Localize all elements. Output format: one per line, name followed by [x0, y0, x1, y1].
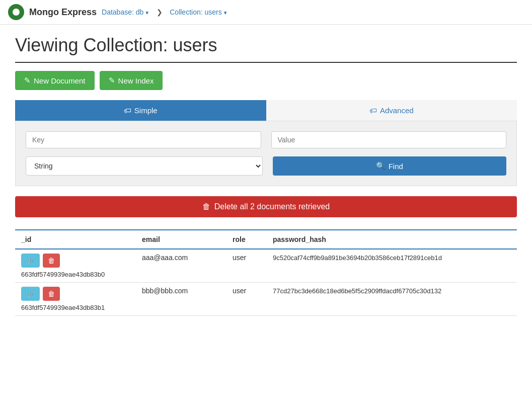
- pencil-icon: ✎: [24, 76, 31, 85]
- delete-all-button[interactable]: 🗑 Delete all 2 documents retrieved: [15, 196, 517, 217]
- delete-all-label: Delete all 2 documents retrieved: [214, 202, 330, 211]
- search-form: String Number Boolean Date ObjectId Null…: [15, 121, 517, 186]
- documents-table: _id email role password_hash 🔗 🗑: [15, 229, 517, 316]
- delete-button-1[interactable]: 🗑: [43, 287, 60, 301]
- find-button[interactable]: 🔍 Find: [273, 156, 507, 176]
- main-content: Viewing Collection: users ✎ New Document…: [0, 25, 532, 326]
- pencil-icon-2: ✎: [109, 76, 115, 85]
- db-label: Database: db▼: [102, 8, 149, 16]
- new-document-label: New Document: [34, 76, 86, 85]
- collection-label: Collection: users▼: [170, 8, 227, 16]
- search-row-1: [26, 131, 506, 148]
- value-input[interactable]: [271, 131, 507, 148]
- doc-actions-1: 🔗 🗑: [21, 287, 130, 301]
- cell-id-0: 🔗 🗑 663fdf5749939eae43db83b0: [15, 249, 136, 283]
- app-brand: Mongo Express: [29, 7, 97, 18]
- table-row: 🔗 🗑 663fdf5749939eae43db83b1 bbb@bbb.com…: [15, 283, 517, 316]
- col-header-id: _id: [15, 230, 136, 249]
- breadcrumb-arrow: ❯: [157, 8, 163, 16]
- tag-icon-simple: 🏷: [124, 106, 131, 115]
- copy-button-0[interactable]: 🔗: [21, 254, 40, 268]
- db-link[interactable]: Database: db▼: [102, 8, 149, 16]
- col-header-hash: password_hash: [267, 230, 517, 249]
- tab-simple[interactable]: 🏷 Simple: [15, 100, 266, 121]
- doc-id-1: 663fdf5749939eae43db83b1: [21, 304, 130, 311]
- trash-icon-delete-all: 🗑: [202, 202, 210, 211]
- table-header-row: _id email role password_hash: [15, 230, 517, 249]
- col-header-role: role: [226, 230, 267, 249]
- tab-advanced-label: Advanced: [380, 106, 414, 115]
- link-icon-0: 🔗: [26, 257, 35, 265]
- cell-email-1: bbb@bbb.com: [136, 283, 226, 316]
- col-header-email: email: [136, 230, 226, 249]
- new-index-label: New Index: [118, 76, 154, 85]
- tab-advanced[interactable]: 🏷 Advanced: [266, 100, 517, 121]
- collection-link[interactable]: Collection: users▼: [170, 8, 227, 16]
- navbar: Mongo Express Database: db▼ ❯ Collection…: [0, 0, 532, 25]
- search-icon: 🔍: [376, 161, 386, 171]
- cell-email-0: aaa@aaa.com: [136, 249, 226, 283]
- doc-id-0: 663fdf5749939eae43db83b0: [21, 271, 130, 278]
- doc-actions-0: 🔗 🗑: [21, 254, 130, 268]
- trash-icon-1: 🗑: [48, 290, 55, 298]
- link-icon-1: 🔗: [26, 290, 35, 298]
- type-select[interactable]: String Number Boolean Date ObjectId Null: [26, 156, 263, 176]
- find-label: Find: [389, 162, 403, 171]
- table-body: 🔗 🗑 663fdf5749939eae43db83b0 aaa@aaa.com…: [15, 249, 517, 316]
- cell-id-1: 🔗 🗑 663fdf5749939eae43db83b1: [15, 283, 136, 316]
- search-row-2: String Number Boolean Date ObjectId Null…: [26, 156, 506, 176]
- app-logo: [8, 4, 24, 20]
- new-index-button[interactable]: ✎ New Index: [100, 71, 163, 90]
- cell-role-1: user: [226, 283, 267, 316]
- new-document-button[interactable]: ✎ New Document: [15, 71, 95, 90]
- key-input[interactable]: [26, 131, 261, 148]
- trash-icon-0: 🗑: [48, 257, 55, 265]
- logo-inner: [13, 9, 20, 16]
- delete-button-0[interactable]: 🗑: [43, 254, 60, 268]
- tag-icon-advanced: 🏷: [369, 106, 377, 115]
- action-buttons: ✎ New Document ✎ New Index: [15, 71, 517, 90]
- table-row: 🔗 🗑 663fdf5749939eae43db83b0 aaa@aaa.com…: [15, 249, 517, 283]
- hash-text-0: 9c520caf74cff9b9a891be3694b20b3586ceb17f…: [273, 254, 442, 262]
- cell-hash-0: 9c520caf74cff9b9a891be3694b20b3586ceb17f…: [267, 249, 517, 283]
- search-tabs: 🏷 Simple 🏷 Advanced: [15, 100, 517, 121]
- cell-hash-1: 77cd27bc3de668c18ed6be5f5c2909ffdacdf677…: [267, 283, 517, 316]
- copy-button-1[interactable]: 🔗: [21, 287, 40, 301]
- cell-role-0: user: [226, 249, 267, 283]
- tab-simple-label: Simple: [134, 106, 158, 115]
- hash-text-1: 77cd27bc3de668c18ed6be5f5c2909ffdacdf677…: [273, 287, 441, 295]
- page-title: Viewing Collection: users: [15, 35, 517, 63]
- table-head: _id email role password_hash: [15, 230, 517, 249]
